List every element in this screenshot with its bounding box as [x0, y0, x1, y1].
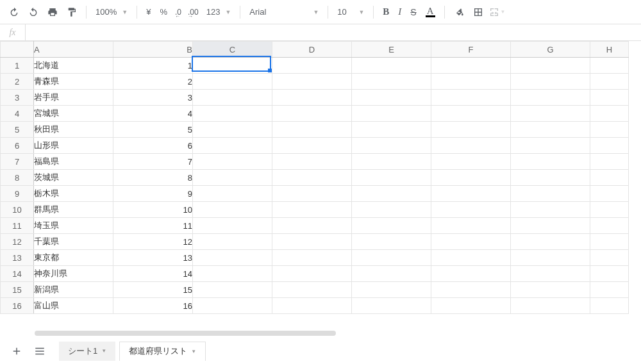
cell-H13[interactable]	[590, 250, 629, 266]
cell-C9[interactable]	[193, 186, 272, 202]
cell-A11[interactable]: 埼玉県	[34, 218, 113, 234]
cell-F4[interactable]	[431, 106, 511, 122]
decrease-decimal-button[interactable]: .0←	[172, 3, 184, 21]
cell-G13[interactable]	[511, 250, 590, 266]
cell-G11[interactable]	[511, 218, 590, 234]
cell-F15[interactable]	[431, 282, 511, 298]
cell-F8[interactable]	[431, 170, 511, 186]
cell-E12[interactable]	[352, 234, 431, 250]
cell-G4[interactable]	[511, 106, 590, 122]
cell-C14[interactable]	[193, 266, 272, 282]
cell-B13[interactable]: 13	[113, 250, 193, 266]
cell-E14[interactable]	[352, 266, 431, 282]
row-header-1[interactable]: 1	[1, 58, 34, 74]
merge-cells-button[interactable]: ▼	[488, 3, 506, 21]
cell-G9[interactable]	[511, 186, 590, 202]
sheet-tab[interactable]: シート1▼	[59, 342, 115, 361]
cell-A3[interactable]: 岩手県	[34, 90, 113, 106]
cell-H1[interactable]	[590, 58, 629, 74]
cell-A8[interactable]: 茨城県	[34, 170, 113, 186]
cell-G8[interactable]	[511, 170, 590, 186]
cell-G5[interactable]	[511, 122, 590, 138]
scrollbar-thumb[interactable]	[35, 331, 336, 336]
cell-E7[interactable]	[352, 154, 431, 170]
cell-G16[interactable]	[511, 298, 590, 314]
cell-D9[interactable]	[272, 186, 352, 202]
cell-A1[interactable]: 北海道	[34, 58, 113, 74]
row-header-5[interactable]: 5	[1, 122, 34, 138]
cell-D1[interactable]	[272, 58, 352, 74]
row-header-11[interactable]: 11	[1, 218, 34, 234]
cell-G12[interactable]	[511, 234, 590, 250]
cell-C15[interactable]	[193, 282, 272, 298]
cell-H3[interactable]	[590, 90, 629, 106]
row-header-13[interactable]: 13	[1, 250, 34, 266]
cell-E1[interactable]	[352, 58, 431, 74]
cell-H15[interactable]	[590, 282, 629, 298]
cell-B12[interactable]: 12	[113, 234, 193, 250]
cell-B5[interactable]: 5	[113, 122, 193, 138]
row-header-14[interactable]: 14	[1, 266, 34, 282]
cell-C12[interactable]	[193, 234, 272, 250]
cell-D12[interactable]	[272, 234, 352, 250]
borders-button[interactable]	[469, 3, 487, 21]
cell-D2[interactable]	[272, 74, 352, 90]
formula-input[interactable]	[26, 24, 641, 40]
fill-color-button[interactable]	[450, 3, 468, 21]
cell-E15[interactable]	[352, 282, 431, 298]
cell-D8[interactable]	[272, 170, 352, 186]
cell-C16[interactable]	[193, 298, 272, 314]
undo-button[interactable]	[5, 3, 23, 21]
cell-G1[interactable]	[511, 58, 590, 74]
cell-C13[interactable]	[193, 250, 272, 266]
cell-C4[interactable]	[193, 106, 272, 122]
cell-E6[interactable]	[352, 138, 431, 154]
row-header-12[interactable]: 12	[1, 234, 34, 250]
cell-E10[interactable]	[352, 202, 431, 218]
cell-G10[interactable]	[511, 202, 590, 218]
redo-button[interactable]	[24, 3, 42, 21]
cell-H5[interactable]	[590, 122, 629, 138]
col-header-E[interactable]: E	[352, 42, 431, 58]
all-sheets-button[interactable]	[31, 342, 49, 360]
cell-H10[interactable]	[590, 202, 629, 218]
cell-F13[interactable]	[431, 250, 511, 266]
strikethrough-button[interactable]: S	[406, 3, 420, 21]
print-button[interactable]	[44, 3, 62, 21]
cell-B3[interactable]: 3	[113, 90, 193, 106]
cell-A6[interactable]: 山形県	[34, 138, 113, 154]
cell-H12[interactable]	[590, 234, 629, 250]
cell-F2[interactable]	[431, 74, 511, 90]
add-sheet-button[interactable]	[8, 342, 26, 360]
percent-button[interactable]: %	[156, 3, 171, 21]
col-header-A[interactable]: A	[34, 42, 113, 58]
cell-F9[interactable]	[431, 186, 511, 202]
cell-C3[interactable]	[193, 90, 272, 106]
bold-button[interactable]: B	[379, 3, 393, 21]
col-header-F[interactable]: F	[431, 42, 511, 58]
italic-button[interactable]: I	[394, 3, 405, 21]
cell-A10[interactable]: 群馬県	[34, 202, 113, 218]
cell-E2[interactable]	[352, 74, 431, 90]
cell-F1[interactable]	[431, 58, 511, 74]
increase-decimal-button[interactable]: .00→	[185, 3, 201, 21]
cell-H2[interactable]	[590, 74, 629, 90]
cell-C8[interactable]	[193, 170, 272, 186]
cell-D16[interactable]	[272, 298, 352, 314]
cell-C1[interactable]	[193, 58, 272, 74]
cell-B6[interactable]: 6	[113, 138, 193, 154]
cell-C7[interactable]	[193, 154, 272, 170]
font-size-dropdown[interactable]: 10 ▼	[333, 3, 368, 21]
cell-F5[interactable]	[431, 122, 511, 138]
cell-D10[interactable]	[272, 202, 352, 218]
cell-A12[interactable]: 千葉県	[34, 234, 113, 250]
cell-C6[interactable]	[193, 138, 272, 154]
spreadsheet-grid[interactable]: ABCDEFGH1北海道12青森県23岩手県34宮城県45秋田県56山形県67福…	[0, 41, 641, 329]
cell-E3[interactable]	[352, 90, 431, 106]
cell-A13[interactable]: 東京都	[34, 250, 113, 266]
cell-D13[interactable]	[272, 250, 352, 266]
cell-D4[interactable]	[272, 106, 352, 122]
cell-E9[interactable]	[352, 186, 431, 202]
cell-H11[interactable]	[590, 218, 629, 234]
row-header-16[interactable]: 16	[1, 298, 34, 314]
